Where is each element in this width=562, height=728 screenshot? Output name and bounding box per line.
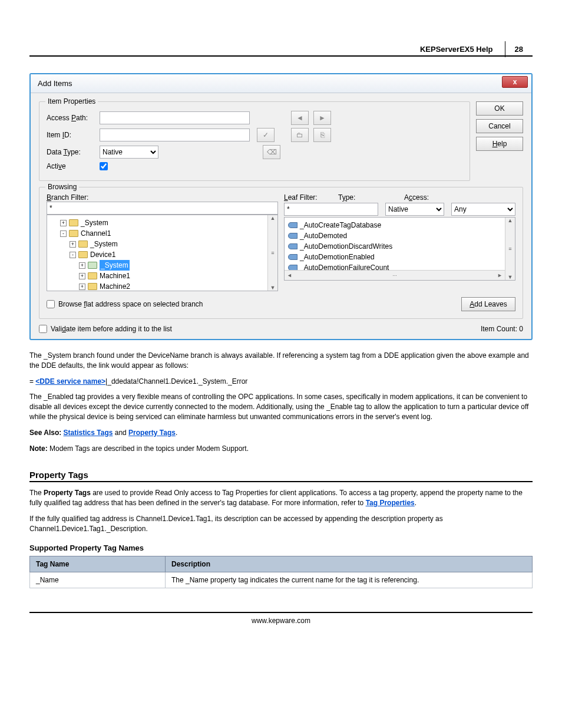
item-properties-legend: Item Properties bbox=[45, 97, 98, 106]
folder-icon bbox=[78, 251, 88, 258]
branch-tree[interactable]: +_System-Channel1+_System-Device1+_Syste… bbox=[47, 215, 278, 291]
ok-button[interactable]: OK bbox=[476, 101, 523, 116]
tree-item[interactable]: +Machine1 bbox=[51, 271, 274, 281]
tree-item[interactable]: +_System bbox=[51, 218, 274, 228]
data-type-label: Data Type: bbox=[47, 148, 100, 156]
table-header-tagname: Tag Name bbox=[30, 556, 166, 572]
leaf-item[interactable]: _AutoDemotionDiscardWrites bbox=[288, 241, 511, 252]
header-title: KEPServerEX5 Help bbox=[420, 45, 505, 54]
tree-item[interactable]: +Machine2 bbox=[51, 281, 274, 291]
folder-icon bbox=[69, 230, 78, 237]
note: Note: Modem Tags are described in the to… bbox=[29, 444, 533, 454]
paragraph: The Property Tags are used to provide Re… bbox=[29, 488, 533, 508]
tag-icon bbox=[288, 243, 297, 249]
add-leaves-button[interactable]: Add Leaves bbox=[461, 297, 515, 311]
expand-icon[interactable]: + bbox=[79, 284, 85, 290]
browsing-group: Browsing Branch Filter: +_System-Channel… bbox=[39, 187, 523, 319]
expand-icon[interactable]: - bbox=[70, 252, 76, 258]
leaf-item[interactable]: _AutoDemotionEnabled bbox=[288, 252, 511, 262]
tree-item[interactable]: +_System bbox=[51, 239, 274, 249]
tree-item[interactable]: -Channel1 bbox=[51, 228, 274, 239]
branch-filter-input[interactable] bbox=[47, 202, 278, 215]
tree-item[interactable]: -Device1 bbox=[51, 249, 274, 260]
folder-icon bbox=[69, 219, 78, 226]
paragraph: If the fully qualified tag address is Ch… bbox=[29, 514, 533, 534]
add-items-dialog: Add Items x Item Properties Access Path:… bbox=[29, 73, 533, 340]
access-path-input[interactable] bbox=[100, 111, 250, 124]
item-id-label: Item ID: bbox=[47, 131, 100, 139]
leaf-filter-label: Leaf Filter: bbox=[284, 193, 331, 202]
table-header-description: Description bbox=[166, 556, 533, 572]
leaf-label: _AutoCreateTagDatabase bbox=[300, 220, 381, 230]
check-icon[interactable]: ✓ bbox=[257, 128, 275, 142]
branch-filter-label: Branch Filter: bbox=[47, 193, 278, 202]
tree-label: Machine1 bbox=[100, 271, 130, 281]
validate-label: Validate item before adding it to the li… bbox=[51, 325, 172, 333]
close-icon[interactable]: x bbox=[502, 76, 528, 88]
dde-service-link[interactable]: <DDE service name> bbox=[35, 377, 105, 386]
expand-icon[interactable]: + bbox=[70, 241, 76, 248]
table-cell: _Name bbox=[30, 572, 166, 588]
item-count: Item Count: 0 bbox=[481, 325, 523, 333]
folder-icon bbox=[78, 241, 88, 248]
leaf-scrollbar-h[interactable]: ◄···► bbox=[285, 270, 505, 280]
active-label: Active bbox=[47, 162, 100, 170]
item-properties-group: Item Properties Access Path: ◄ ► Item ID… bbox=[39, 101, 470, 181]
type-label: Type: bbox=[338, 193, 397, 202]
copy-icon[interactable]: ⎘ bbox=[313, 128, 331, 142]
property-tags-link[interactable]: Property Tags bbox=[128, 429, 176, 437]
type-select[interactable]: Native bbox=[385, 203, 444, 216]
see-also: See Also: Statistics Tags and Property T… bbox=[29, 428, 533, 438]
folder-icon bbox=[88, 262, 97, 269]
access-select[interactable]: Any bbox=[451, 203, 515, 216]
expand-icon[interactable]: - bbox=[60, 230, 67, 237]
leaf-item[interactable]: _AutoDemoted bbox=[288, 230, 511, 241]
expand-icon[interactable]: + bbox=[60, 220, 67, 226]
validate-checkbox[interactable] bbox=[39, 325, 47, 333]
access-label: Access: bbox=[404, 193, 515, 202]
browsing-legend: Browsing bbox=[45, 183, 79, 191]
tag-icon bbox=[288, 222, 297, 228]
leaf-label: _AutoDemotionDiscardWrites bbox=[300, 241, 392, 252]
item-id-input[interactable] bbox=[100, 129, 250, 141]
next-icon[interactable]: ► bbox=[313, 111, 331, 125]
table-cell: The _Name property tag indicates the cur… bbox=[166, 572, 533, 588]
tree-label: _System bbox=[81, 218, 108, 228]
browse-flat-checkbox[interactable] bbox=[47, 300, 55, 308]
tag-icon bbox=[288, 233, 297, 239]
expand-icon[interactable]: + bbox=[79, 262, 85, 269]
new-folder-icon[interactable]: 🗀 bbox=[291, 128, 309, 142]
tag-properties-link[interactable]: Tag Properties bbox=[366, 499, 415, 507]
data-type-select[interactable]: Native bbox=[100, 146, 158, 159]
dialog-title: Add Items bbox=[38, 79, 72, 88]
statistics-tags-link[interactable]: Statistics Tags bbox=[64, 429, 113, 437]
browse-flat-label: Browse flat address space on selected br… bbox=[58, 300, 203, 308]
prev-icon[interactable]: ◄ bbox=[291, 111, 309, 125]
access-path-label: Access Path: bbox=[47, 114, 100, 122]
subheading: Supported Property Tag Names bbox=[29, 543, 533, 552]
tree-label: Machine2 bbox=[100, 281, 130, 291]
footer-url: www.kepware.com bbox=[29, 612, 533, 625]
delete-icon[interactable]: ⌫ bbox=[263, 145, 280, 159]
tag-icon bbox=[288, 254, 297, 260]
active-checkbox[interactable] bbox=[100, 162, 108, 170]
leaf-label: _AutoDemoted bbox=[300, 230, 347, 241]
tree-item[interactable]: +_System bbox=[51, 260, 274, 271]
leaf-scrollbar-v[interactable]: ▲≡▼ bbox=[505, 218, 515, 280]
expand-icon[interactable]: + bbox=[79, 273, 85, 279]
folder-icon bbox=[88, 272, 97, 279]
folder-icon bbox=[88, 283, 97, 290]
tree-label: Channel1 bbox=[81, 228, 111, 239]
leaf-item[interactable]: _AutoCreateTagDatabase bbox=[288, 220, 511, 230]
leaf-filter-input[interactable] bbox=[284, 203, 378, 216]
paragraph: The _Enabled tag provides a very flexibl… bbox=[29, 392, 533, 421]
property-tags-table: Tag Name Description _Name The _Name pro… bbox=[29, 556, 533, 588]
section-heading: Property Tags bbox=[29, 470, 533, 482]
cancel-button[interactable]: Cancel bbox=[476, 119, 523, 133]
tree-label: _System bbox=[90, 239, 118, 249]
leaf-list[interactable]: _AutoCreateTagDatabase_AutoDemoted_AutoD… bbox=[284, 217, 515, 281]
tree-label: Device1 bbox=[90, 249, 115, 260]
paragraph: The _System branch found under the Devic… bbox=[29, 351, 533, 371]
tree-scrollbar[interactable]: ▲≡▼ bbox=[267, 215, 277, 291]
help-button[interactable]: Help bbox=[476, 137, 523, 151]
